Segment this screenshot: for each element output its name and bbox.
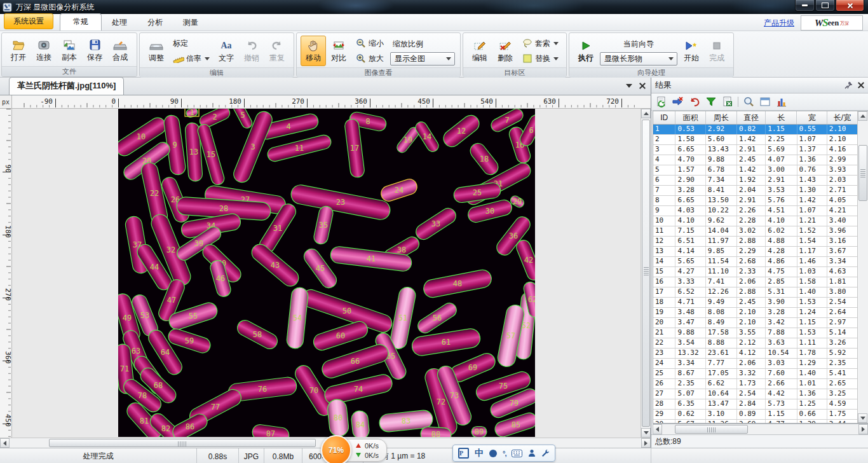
search-icon[interactable] xyxy=(742,96,755,107)
table-cell[interactable]: 11 xyxy=(653,226,675,236)
table-cell[interactable]: 13.43 xyxy=(706,145,737,155)
table-cell[interactable]: 1.24 xyxy=(797,308,827,317)
table-cell[interactable]: 2.69 xyxy=(737,420,766,423)
table-cell[interactable]: 6.02 xyxy=(766,226,797,236)
table-cell[interactable]: 1.43 xyxy=(797,176,827,185)
minimize-button[interactable] xyxy=(795,0,815,11)
table-cell[interactable]: 3.54 xyxy=(675,338,705,348)
table-cell[interactable]: 3.96 xyxy=(827,226,857,236)
table-cell[interactable]: 3.40 xyxy=(827,216,857,226)
table-cell[interactable]: 6.65 xyxy=(675,145,705,155)
table-cell[interactable]: 24 xyxy=(653,359,675,368)
table-cell[interactable]: 4.16 xyxy=(827,145,857,155)
refresh-icon[interactable] xyxy=(655,96,668,107)
table-cell[interactable]: 14.04 xyxy=(706,226,737,236)
table-cell[interactable]: 18 xyxy=(653,298,675,307)
table-cell[interactable]: 5.31 xyxy=(766,287,797,297)
table-cell[interactable]: 1.37 xyxy=(797,145,827,155)
table-cell[interactable]: 1.42 xyxy=(797,196,827,205)
finish-button[interactable]: 完成 xyxy=(704,36,729,66)
viewer-canvas[interactable]: 1258177431119141216181091315206212226232… xyxy=(12,109,641,438)
table-cell[interactable]: 4.28 xyxy=(766,247,797,256)
table-row[interactable]: 176.5212.262.885.311.403.80 xyxy=(653,287,857,298)
table-cell[interactable]: 2.04 xyxy=(737,186,766,195)
table-cell[interactable]: 2.54 xyxy=(827,298,857,307)
table-cell[interactable]: 6.52 xyxy=(675,287,705,297)
table-cell[interactable]: 7.41 xyxy=(706,277,737,287)
table-cell[interactable]: 21 xyxy=(653,328,675,338)
table-cell[interactable]: 15 xyxy=(653,267,675,277)
table-cell[interactable]: 2.90 xyxy=(675,176,705,185)
table-cell[interactable]: 1.15 xyxy=(766,410,797,419)
table-cell[interactable]: 5.69 xyxy=(766,145,797,155)
table-cell[interactable]: 2.66 xyxy=(766,379,797,389)
table-cell[interactable]: 3.03 xyxy=(766,359,797,368)
table-cell[interactable]: 20 xyxy=(653,318,675,328)
table-cell[interactable]: 1.07 xyxy=(797,135,827,144)
table-cell[interactable]: 3.55 xyxy=(737,328,766,338)
table-cell[interactable]: 5.07 xyxy=(675,389,705,399)
table-cell[interactable]: 8.08 xyxy=(706,308,737,317)
scroll-right-button[interactable] xyxy=(641,438,651,448)
delete-row-icon[interactable] xyxy=(672,96,684,107)
table-cell[interactable]: 1.36 xyxy=(797,389,827,399)
table-cell[interactable]: 2.91 xyxy=(737,145,766,155)
table-row[interactable]: 2313.3223.614.1210.541.785.92 xyxy=(653,349,857,359)
table-cell[interactable]: 2.10 xyxy=(827,125,857,134)
table-cell[interactable]: 11.54 xyxy=(706,257,737,266)
table-cell[interactable]: 1.52 xyxy=(797,226,827,236)
table-row[interactable]: 21.585.601.422.251.072.10 xyxy=(653,135,857,145)
table-cell[interactable]: 2.33 xyxy=(737,267,766,277)
table-cell[interactable]: 10.22 xyxy=(706,206,737,216)
table-cell[interactable]: 0.53 xyxy=(675,125,705,134)
table-cell[interactable]: 3.48 xyxy=(675,308,705,317)
table-cell[interactable]: 1.46 xyxy=(797,257,827,266)
table-cell[interactable]: 1.40 xyxy=(797,369,827,378)
table-cell[interactable]: 1.30 xyxy=(797,186,827,195)
table-cell[interactable]: 0.89 xyxy=(737,410,766,419)
table-cell[interactable]: 6.65 xyxy=(675,196,705,205)
table-cell[interactable]: 1.58 xyxy=(797,277,827,287)
table-cell[interactable]: 3.44 xyxy=(827,420,857,423)
table-cell[interactable]: 1.54 xyxy=(797,237,827,246)
table-row[interactable]: 104.109.622.284.101.213.40 xyxy=(653,216,857,226)
table-cell[interactable]: 3 xyxy=(653,145,675,155)
document-tab[interactable]: 革兰氏阴性杆菌.jpg[110%] xyxy=(9,77,124,95)
table-cell[interactable]: 1.75 xyxy=(827,410,857,419)
table-cell[interactable]: 2.92 xyxy=(706,125,737,134)
table-cell[interactable]: 4.75 xyxy=(766,267,797,277)
ime-keyboard-icon[interactable] xyxy=(512,450,522,457)
table-cell[interactable]: 3.67 xyxy=(827,247,857,256)
table-cell[interactable]: 2.10 xyxy=(737,308,766,317)
table-row[interactable]: 223.548.882.123.631.113.26 xyxy=(653,338,857,349)
table-cell[interactable]: 4.71 xyxy=(675,298,705,307)
table-row[interactable]: 36.6513.432.915.691.374.16 xyxy=(653,145,857,155)
table-cell[interactable]: 2 xyxy=(653,135,675,144)
table-row[interactable]: 305.6711.262.694.771.393.44 xyxy=(653,420,857,423)
ime-language-button[interactable]: 中 xyxy=(475,448,484,459)
table-cell[interactable]: 25 xyxy=(653,369,675,378)
table-row[interactable]: 94.0310.222.264.511.074.21 xyxy=(653,206,857,216)
table-cell[interactable]: 30 xyxy=(653,420,675,423)
undo-button[interactable]: 撤销 xyxy=(239,36,264,66)
table-cell[interactable]: 4.77 xyxy=(766,420,797,423)
table-cell[interactable]: 5.73 xyxy=(766,399,797,409)
table-cell[interactable]: 4.88 xyxy=(766,237,797,246)
table-row[interactable]: 44.709.882.454.071.362.99 xyxy=(653,155,857,165)
table-cell[interactable]: 3.28 xyxy=(675,186,705,195)
table-cell[interactable]: 1.17 xyxy=(797,247,827,256)
table-cell[interactable]: 6.62 xyxy=(706,379,737,389)
table-row[interactable]: 203.478.492.103.421.152.97 xyxy=(653,318,857,328)
table-cell[interactable]: 1.03 xyxy=(797,267,827,277)
table-cell[interactable]: 1.81 xyxy=(827,277,857,287)
table-cell[interactable]: 5.67 xyxy=(675,420,705,423)
table-cell[interactable]: 4.05 xyxy=(827,196,857,205)
target-edit-button[interactable]: 编辑 xyxy=(467,36,492,66)
table-cell[interactable]: 11.26 xyxy=(706,420,737,423)
table-cell[interactable]: 0.76 xyxy=(797,165,827,175)
table-cell[interactable]: 0.82 xyxy=(737,125,766,134)
close-button[interactable] xyxy=(836,0,864,11)
table-cell[interactable]: 6.35 xyxy=(675,399,705,409)
table-cell[interactable]: 8.67 xyxy=(675,369,705,378)
table-cell[interactable]: 1.11 xyxy=(797,338,827,348)
